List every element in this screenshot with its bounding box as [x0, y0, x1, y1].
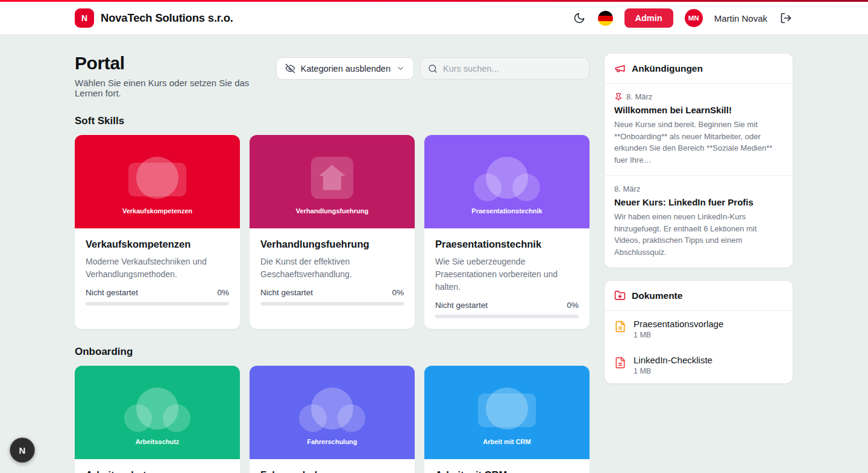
- avatar-initials: MN: [688, 14, 699, 22]
- banner-circle-right-decoration: [338, 404, 365, 432]
- course-body: Arbeitsschutz Grundlagen der Arbeitssich…: [75, 459, 240, 473]
- hide-categories-button[interactable]: Kategorien ausblenden: [276, 57, 414, 80]
- search-icon: [428, 64, 438, 74]
- course-banner: Fahrerschulung: [250, 366, 415, 459]
- document-name: LinkedIn-Checkliste: [634, 355, 712, 365]
- course-card[interactable]: Arbeit mit CRM Arbeit mit CRM So nutzen …: [424, 366, 590, 473]
- toolbar: Kategorien ausblenden: [276, 57, 590, 80]
- page-title: Portal: [75, 53, 276, 74]
- course-body: Arbeit mit CRM So nutzen Sie das Firmen-…: [424, 459, 590, 473]
- course-card[interactable]: Praesentationstechnik Praesentationstech…: [424, 135, 590, 329]
- brand-logo[interactable]: N: [75, 8, 94, 28]
- section-title: Onboarding: [75, 346, 590, 358]
- document-info: Praesentationsvorlage 1 MB: [634, 319, 723, 339]
- course-banner-label: Praesentationstechnik: [424, 207, 590, 215]
- header: N NovaTech Solutions s.r.o. Admin MN Mar…: [0, 2, 868, 35]
- eye-off-icon: [285, 63, 295, 74]
- course-title: Praesentationstechnik: [435, 239, 579, 250]
- course-search: [420, 57, 590, 80]
- announcement-item: 8. März Neuer Kurs: LinkedIn fuer Profis…: [605, 175, 793, 268]
- course-banner-label: Verhandlungsfuehrung: [250, 207, 415, 215]
- file-icon: [614, 357, 626, 369]
- course-section: Soft Skills Verkaufskompetenzen Verkaufs…: [75, 115, 590, 329]
- banner-circle-right-decoration: [163, 404, 190, 432]
- course-banner: Verkaufskompetenzen: [75, 135, 240, 228]
- course-banner-label: Verkaufskompetenzen: [75, 207, 240, 215]
- announcements-header: Ankündigungen: [605, 54, 793, 84]
- course-description: Die Kunst der effektiven Geschaeftsverha…: [260, 255, 404, 281]
- document-list: Praesentationsvorlage 1 MB LinkedIn-Chec…: [605, 311, 793, 383]
- file-icon: [614, 321, 626, 333]
- section-title: Soft Skills: [75, 115, 590, 127]
- logout-icon: [780, 12, 792, 24]
- course-banner: Arbeit mit CRM: [424, 366, 590, 459]
- course-title: Fahrerschulung: [260, 469, 404, 473]
- course-title: Arbeit mit CRM: [435, 469, 579, 473]
- header-actions: Admin MN Martin Novak: [572, 8, 793, 28]
- course-progress-percent: 0%: [567, 301, 579, 310]
- document-info: LinkedIn-Checkliste 1 MB: [634, 355, 712, 375]
- page-title-block: Portal Wählen Sie einen Kurs oder setzen…: [75, 53, 276, 98]
- course-progress-track: [435, 315, 579, 318]
- admin-button[interactable]: Admin: [624, 8, 673, 28]
- course-banner-label: Fahrerschulung: [250, 438, 415, 445]
- document-item[interactable]: Praesentationsvorlage 1 MB: [605, 311, 793, 347]
- document-size: 1 MB: [634, 331, 723, 339]
- documents-title: Dokumente: [632, 290, 682, 301]
- course-card[interactable]: Fahrerschulung Fahrerschulung Pflichtsch…: [250, 366, 415, 473]
- search-input[interactable]: [443, 64, 582, 74]
- course-title: Arbeitsschutz: [86, 469, 229, 473]
- sidebar: Ankündigungen 8. März Willkommen bei Lea…: [604, 53, 793, 473]
- page-head: Portal Wählen Sie einen Kurs oder setzen…: [75, 53, 590, 98]
- course-body: Praesentationstechnik Wie Sie ueberzeuge…: [424, 228, 590, 329]
- course-body: Verkaufskompetenzen Moderne Verkaufstech…: [75, 228, 240, 316]
- document-item[interactable]: LinkedIn-Checkliste 1 MB: [605, 347, 793, 383]
- course-banner: Arbeitsschutz: [75, 366, 240, 459]
- course-progress-row: Nicht gestartet 0%: [260, 288, 404, 297]
- pin-icon: [614, 93, 623, 101]
- banner-circle-decoration: [136, 157, 178, 199]
- announcement-body: Neue Kurse sind bereit. Beginnen Sie mit…: [614, 119, 783, 166]
- dark-mode-toggle[interactable]: [572, 11, 587, 25]
- course-sections: Soft Skills Verkaufskompetenzen Verkaufs…: [75, 115, 590, 473]
- avatar[interactable]: MN: [685, 9, 703, 27]
- language-flag-germany[interactable]: [598, 11, 613, 26]
- course-body: Fahrerschulung Pflichtschulung fuer Fahr…: [250, 459, 415, 473]
- course-body: Verhandlungsfuehrung Die Kunst der effek…: [250, 228, 415, 316]
- course-status: Nicht gestartet: [86, 288, 138, 297]
- main-content: Portal Wählen Sie einen Kurs oder setzen…: [75, 35, 793, 473]
- course-progress-row: Nicht gestartet 0%: [86, 288, 229, 297]
- folder-download-icon: [614, 290, 626, 301]
- course-status: Nicht gestartet: [435, 301, 488, 310]
- course-progress-row: Nicht gestartet 0%: [435, 301, 579, 310]
- main-column: Portal Wählen Sie einen Kurs oder setzen…: [75, 53, 590, 473]
- moon-icon: [573, 12, 585, 24]
- documents-panel: Dokumente Praesentationsvorlage 1 MB Lin…: [604, 280, 793, 384]
- document-name: Praesentationsvorlage: [634, 319, 723, 329]
- banner-circle-right-decoration: [512, 174, 540, 201]
- hide-categories-label: Kategorien ausblenden: [301, 64, 391, 74]
- announcement-date-row: 8. März: [614, 92, 783, 101]
- announcements-panel: Ankündigungen 8. März Willkommen bei Lea…: [604, 53, 793, 268]
- announcement-date: 8. März: [614, 184, 640, 193]
- logout-button[interactable]: [779, 11, 793, 25]
- dev-widget-button[interactable]: N: [10, 437, 35, 463]
- megaphone-icon: [614, 63, 626, 74]
- announcement-date: 8. März: [626, 92, 652, 101]
- course-progress-track: [86, 302, 229, 305]
- banner-circle-left-decoration: [474, 174, 502, 201]
- course-card[interactable]: Arbeitsschutz Arbeitsschutz Grundlagen d…: [75, 366, 240, 473]
- brand-logo-letter: N: [81, 13, 87, 23]
- course-card[interactable]: Verkaufskompetenzen Verkaufskompetenzen …: [75, 135, 240, 329]
- course-card[interactable]: Verhandlungsfuehrung Verhandlungsfuehrun…: [250, 135, 415, 329]
- course-section: Onboarding Arbeitsschutz Arbeitsschutz G…: [75, 346, 590, 473]
- banner-circle-left-decoration: [299, 404, 327, 432]
- announcements-title: Ankündigungen: [632, 63, 703, 74]
- dev-widget-letter: N: [19, 445, 26, 456]
- announcement-date-row: 8. März: [614, 184, 783, 193]
- user-name: Martin Novak: [714, 13, 767, 23]
- announcement-body: Wir haben einen neuen LinkedIn-Kurs hinz…: [614, 211, 783, 258]
- banner-circle-left-decoration: [124, 404, 152, 432]
- course-banner-label: Arbeit mit CRM: [424, 438, 590, 445]
- course-description: Wie Sie ueberzeugende Praesentationen vo…: [435, 255, 579, 293]
